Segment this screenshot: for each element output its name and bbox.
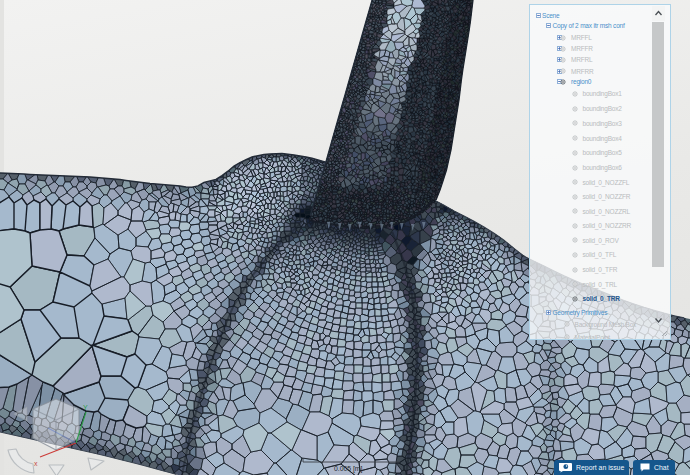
svg-text:0.005 [m]: 0.005 [m] xyxy=(334,465,362,473)
svg-text:x: x xyxy=(34,460,38,467)
svg-text:Y: Y xyxy=(83,404,88,411)
